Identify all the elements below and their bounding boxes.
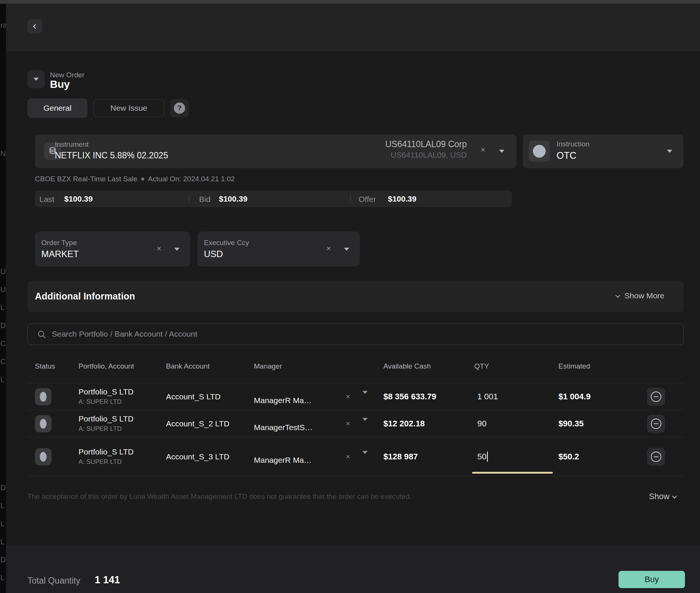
background-text-fragment: D <box>0 555 6 564</box>
order-side-dropdown-button[interactable] <box>27 70 45 88</box>
background-text-fragment: N <box>0 149 6 158</box>
chevron-down-icon[interactable] <box>362 454 368 461</box>
clear-instrument-icon[interactable]: ✕ <box>481 146 486 154</box>
qty-input[interactable]: 1 001 <box>474 383 558 410</box>
chevron-down-icon <box>33 78 39 81</box>
chevron-down-icon <box>672 494 677 498</box>
background-text-fragment: D <box>0 483 6 492</box>
manager-select[interactable]: ManagerR Ma… ✕ <box>254 383 383 410</box>
tab-general[interactable]: General <box>27 98 88 118</box>
order-type-value: MARKET <box>41 249 79 259</box>
status-toggle[interactable] <box>35 448 51 465</box>
status-toggle[interactable] <box>35 415 51 432</box>
show-more-toggle[interactable]: Show More <box>617 291 664 300</box>
background-text-fragment: L <box>0 573 5 582</box>
additional-information-section: Additional Information Show More <box>27 281 684 312</box>
portfolio-cell: Portfolio_S LTD A: SUPER LTD <box>78 387 166 406</box>
executive-ccy-field[interactable]: Executive Ccy USD ✕ <box>198 232 360 266</box>
chevron-down-icon[interactable] <box>344 248 349 251</box>
last-label: Last <box>39 195 54 204</box>
estimated-cell: $1 004.9 <box>558 392 647 402</box>
account-name: A: SUPER LTD <box>78 425 166 433</box>
show-toggle[interactable]: Show <box>649 492 677 501</box>
chevron-down-icon[interactable] <box>362 394 368 400</box>
minus-circle-icon <box>651 418 661 429</box>
additional-information-title: Additional Information <box>35 291 135 302</box>
portfolio-name: Portfolio_S LTD <box>78 447 166 456</box>
order-header-label: New Order <box>50 71 84 79</box>
manager-value: ManagerTestS… <box>254 423 312 432</box>
manager-select[interactable]: ManagerR Ma… ✕ <box>254 437 383 476</box>
column-header-cash: Available Cash <box>383 362 474 370</box>
show-more-label: Show More <box>625 291 664 300</box>
remove-row-button[interactable] <box>647 448 665 466</box>
buy-button[interactable]: Buy <box>619 571 685 588</box>
background-text-fragment: L <box>0 303 5 312</box>
minus-circle-icon <box>651 452 661 462</box>
remove-row-button[interactable] <box>647 388 665 406</box>
search-box <box>27 324 684 345</box>
chevron-down-icon[interactable] <box>174 248 180 251</box>
market-data-note: CBOE BZX Real-Time Last Sale Actual On: … <box>35 175 235 183</box>
quotes-bar: Last $100.39 Bid $100.39 Offer $100.39 <box>35 191 512 207</box>
dot-icon <box>141 178 144 181</box>
background-page-edge: ra N U U L D C C L D L L L D L <box>0 4 6 593</box>
chevron-down-icon <box>616 293 620 298</box>
status-indicator-icon <box>40 392 47 402</box>
order-type-field[interactable]: Order Type MARKET ✕ <box>35 232 190 266</box>
bank-account-cell: Account_S_3 LTD <box>166 452 254 461</box>
background-text-fragment: C <box>0 339 6 348</box>
circle-icon <box>533 145 546 158</box>
clear-order-type-icon[interactable]: ✕ <box>157 245 161 252</box>
portfolio-name: Portfolio_S LTD <box>78 414 166 423</box>
estimated-cell: $90.35 <box>558 419 647 429</box>
total-quantity-value: 1 141 <box>95 574 120 586</box>
manager-select[interactable]: ManagerTestS… ✕ <box>254 410 383 437</box>
clear-manager-icon[interactable]: ✕ <box>345 393 350 400</box>
instruction-value: OTC <box>557 150 576 161</box>
clear-manager-icon[interactable]: ✕ <box>345 453 350 460</box>
chevron-down-icon[interactable] <box>667 150 672 153</box>
back-button[interactable] <box>27 19 42 33</box>
table-row: Portfolio_S LTD A: SUPER LTD Account_S L… <box>27 383 684 410</box>
help-button[interactable]: ? <box>170 99 189 117</box>
qty-input-active[interactable]: 50 <box>474 437 558 476</box>
question-mark-icon: ? <box>174 102 185 114</box>
bank-account-cell: Account_S LTD <box>166 392 254 401</box>
background-text-fragment: ra <box>0 21 6 30</box>
clear-executive-ccy-icon[interactable]: ✕ <box>326 245 331 252</box>
market-source: CBOE BZX Real-Time Last Sale <box>35 175 137 183</box>
instruction-field[interactable]: Instruction OTC <box>523 134 683 168</box>
clear-manager-icon[interactable]: ✕ <box>345 420 350 427</box>
table-row: Portfolio_S LTD A: SUPER LTD Account_S_2… <box>27 410 684 437</box>
active-input-underline <box>472 472 553 474</box>
table-row: Portfolio_S LTD A: SUPER LTD Account_S_3… <box>27 437 684 476</box>
column-header-portfolio: Portfolio, Account <box>78 362 166 370</box>
bid-label: Bid <box>199 195 210 204</box>
search-input[interactable] <box>51 324 652 344</box>
status-indicator-icon <box>40 419 47 429</box>
account-name: A: SUPER LTD <box>78 398 166 406</box>
background-text-fragment: L <box>0 519 5 528</box>
chevron-down-icon[interactable] <box>362 421 368 427</box>
order-side-value: Buy <box>50 78 70 90</box>
bid-value: $100.39 <box>219 194 247 203</box>
column-header-estimated: Estimated <box>558 362 647 370</box>
instrument-label: Instrument <box>55 140 89 149</box>
available-cash-cell: $12 202.18 <box>383 419 474 429</box>
instrument-field[interactable]: Instrument NETFLIX INC 5.88% 02.2025 US6… <box>35 134 516 168</box>
top-window-strip <box>0 0 700 4</box>
executive-ccy-label: Executive Ccy <box>204 239 249 247</box>
remove-row-button[interactable] <box>647 415 665 433</box>
instruction-circle-icon <box>529 141 550 162</box>
chevron-down-icon[interactable] <box>499 150 504 153</box>
available-cash-cell: $8 356 633.79 <box>383 392 474 402</box>
background-text-fragment: U <box>0 267 6 276</box>
status-toggle[interactable] <box>35 388 51 405</box>
instrument-code: US64110LAL09 Corp <box>385 139 467 149</box>
new-order-modal: New Order Buy General New Issue ? Instru… <box>6 4 700 593</box>
tab-new-issue[interactable]: New Issue <box>94 99 164 117</box>
column-header-manager: Manager <box>254 362 383 370</box>
modal-header <box>6 4 700 51</box>
qty-input[interactable]: 90 <box>474 410 558 437</box>
